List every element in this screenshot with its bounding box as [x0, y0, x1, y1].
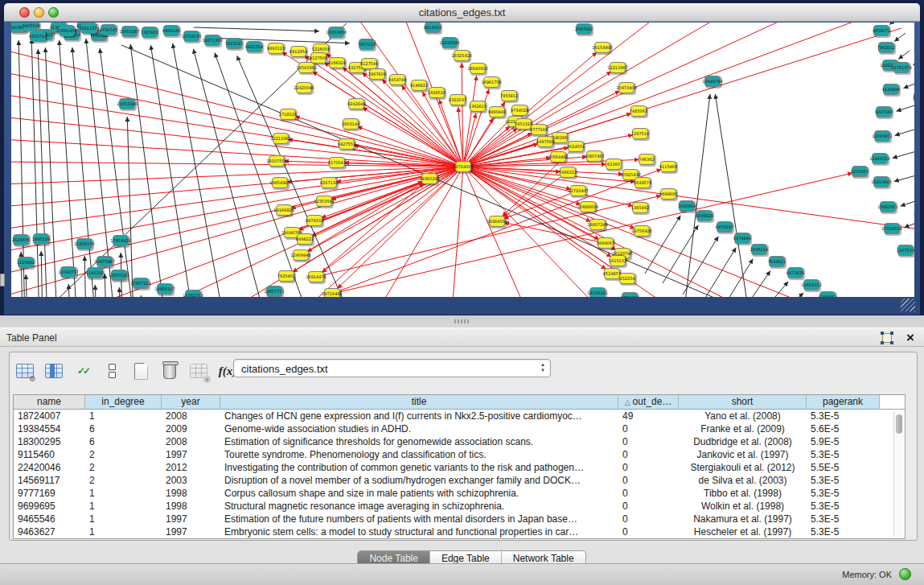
graph-node[interactable]: 9355724 [30, 31, 46, 42]
graph-node[interactable]: 8912954 [290, 46, 306, 57]
graph-node[interactable]: 2935114 [751, 244, 767, 255]
graph-node[interactable]: 19654985 [272, 177, 288, 188]
graph-node[interactable]: 1297510 [632, 128, 648, 139]
graph-node[interactable]: 3684067 [598, 237, 614, 249]
clear-selection-icon[interactable] [101, 360, 122, 381]
table-row[interactable]: 946554611997Estimation of the future num… [14, 513, 905, 525]
graph-node[interactable]: 22420046 [296, 82, 312, 93]
horizontal-splitter[interactable] [0, 315, 924, 328]
graph-node[interactable]: 9856071 [873, 25, 889, 36]
graph-node[interactable]: 10719135 [183, 31, 199, 42]
graph-node[interactable]: 1362615 [470, 101, 486, 112]
window-resize-grip[interactable] [901, 299, 915, 311]
graph-node[interactable]: 9777169 [531, 124, 547, 135]
graph-node[interactable]: 12213363 [273, 133, 289, 144]
graph-node[interactable]: 7485063 [630, 105, 647, 117]
graph-node[interactable]: 2867608 [369, 68, 385, 80]
graph-node[interactable]: 2718126 [280, 109, 296, 120]
graph-node[interactable]: 16210643 [873, 176, 889, 187]
memory-status-icon[interactable] [899, 568, 911, 580]
graph-node[interactable]: 14671358 [204, 35, 220, 46]
graph-node[interactable]: 9227343 [876, 106, 892, 117]
graph-node[interactable]: 1733426 [622, 292, 638, 297]
graph-node[interactable]: 7632621 [769, 256, 785, 267]
graph-node[interactable]: 9734028 [511, 105, 528, 116]
graph-node[interactable]: 6466140 [163, 25, 179, 36]
scrollbar-thumb[interactable] [896, 414, 902, 434]
graph-node[interactable]: 8427552 [339, 138, 355, 150]
graph-node[interactable]: 1273403 [914, 92, 914, 103]
graph-node[interactable]: 20206576 [76, 238, 92, 249]
column-header-year[interactable]: year [162, 395, 220, 409]
graph-node[interactable]: 15751074 [893, 62, 910, 73]
graph-node[interactable]: 7486322 [560, 167, 576, 178]
graph-node[interactable]: 9242848 [348, 98, 364, 109]
graph-node[interactable]: 1145190 [87, 267, 103, 278]
graph-node[interactable]: 30975887 [97, 256, 113, 267]
graph-node[interactable]: 19716485 [324, 288, 340, 297]
graph-node[interactable]: 9990448 [489, 106, 505, 117]
graph-node[interactable]: 12505183 [111, 270, 127, 281]
graph-node[interactable]: 20691406 [59, 25, 75, 36]
graph-node[interactable]: 12093872 [874, 130, 890, 142]
table-row[interactable]: 1938455462009Genome-wide association stu… [14, 422, 905, 435]
graph-node[interactable]: 16154808 [594, 42, 610, 53]
table-row[interactable]: 946362711997Embryonic stem cells: a mode… [14, 525, 905, 538]
graph-node[interactable]: 18640910 [470, 63, 486, 74]
network-canvas[interactable]: 1872400718300295193845549860123891295452… [11, 23, 914, 297]
graph-node[interactable]: 2687682 [576, 23, 592, 35]
close-panel-icon[interactable]: × [906, 330, 914, 346]
graph-node[interactable]: 19166829 [276, 204, 292, 216]
graph-node[interactable]: 16543382 [298, 62, 314, 73]
graph-node[interactable]: 18300295 [421, 173, 437, 184]
graph-node[interactable]: 10688609 [580, 201, 596, 212]
graph-node[interactable]: 7815191 [226, 38, 242, 49]
table-selector-dropdown[interactable]: citations_edges.txt ▲▼ [233, 359, 551, 377]
column-header-pagerank[interactable]: pagerank [807, 395, 880, 409]
graph-node[interactable]: 8322037 [450, 94, 466, 105]
network-window-titlebar[interactable]: citations_edges.txt [4, 3, 920, 22]
graph-node[interactable]: 8498222 [297, 233, 313, 245]
new-column-icon[interactable] [130, 360, 151, 381]
graph-node[interactable]: 9215953 [852, 166, 868, 177]
graph-node[interactable]: 21053346 [119, 98, 135, 109]
graph-node[interactable]: 10654112 [803, 279, 819, 290]
graph-node[interactable]: 3624554 [568, 141, 584, 152]
graph-node[interactable]: 8921354 [246, 41, 262, 52]
show-columns-icon[interactable] [43, 360, 64, 381]
graph-node[interactable]: 8813054 [425, 23, 441, 33]
graph-node[interactable]: 252254 [619, 273, 635, 284]
graph-node[interactable]: 16914479 [308, 271, 324, 282]
graph-node[interactable]: 1895129 [33, 233, 49, 245]
table-row[interactable]: 1872400712008Changes of HCN gene express… [14, 410, 905, 422]
graph-node[interactable]: 12409948 [293, 249, 309, 261]
graph-node[interactable]: 12444159 [872, 153, 888, 164]
graph-node[interactable]: 12353584 [316, 196, 332, 207]
graph-node[interactable]: 8454749 [389, 74, 405, 85]
table-settings-icon[interactable]: ⚙ [14, 360, 35, 381]
graph-node[interactable]: 9699695 [660, 188, 676, 200]
graph-node[interactable]: 10973403 [618, 82, 634, 93]
graph-node[interactable]: 1365492 [632, 202, 648, 213]
graph-node[interactable]: 19857771 [266, 286, 282, 297]
column-header-in-degree[interactable]: in_degree [85, 395, 162, 409]
graph-node[interactable]: 6497568 [537, 136, 553, 147]
graph-node[interactable]: 16033809 [328, 27, 344, 38]
graph-node[interactable]: 14958107 [157, 283, 173, 295]
table-row[interactable]: 1830029562008Estimation of significance … [14, 435, 905, 448]
graph-node[interactable]: 16648794 [704, 76, 721, 87]
graph-node[interactable]: 18325419 [454, 50, 470, 61]
graph-node[interactable]: 19756928 [634, 225, 650, 237]
select-all-icon[interactable]: ✓✓ [72, 360, 93, 381]
table-row[interactable]: 2242004622012Investigating the contribut… [14, 461, 905, 474]
graph-node[interactable]: 7962012 [878, 42, 894, 53]
graph-node[interactable]: 746362 [639, 154, 655, 165]
column-header-out-degree[interactable]: △out_de… [618, 395, 679, 409]
graph-node[interactable]: 8938928 [696, 210, 713, 221]
left-panel-handle[interactable] [0, 274, 5, 286]
graph-node[interactable]: 17859928 [113, 235, 129, 246]
table-vertical-scrollbar[interactable] [893, 411, 903, 537]
graph-node[interactable]: 16811374 [81, 23, 97, 34]
graph-node[interactable]: 9129946 [883, 84, 899, 95]
graph-node[interactable]: 6879197 [717, 221, 733, 233]
